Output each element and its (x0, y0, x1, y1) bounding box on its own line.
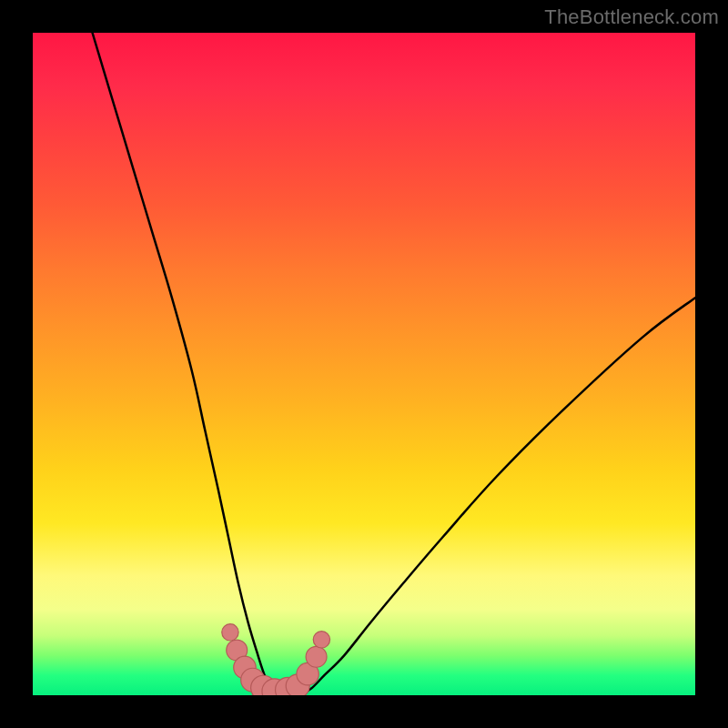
chart-frame: TheBottleneck.com (0, 0, 728, 728)
bottleneck-curve (93, 33, 695, 695)
curve-marker (306, 646, 327, 667)
chart-svg (33, 33, 695, 695)
curve-marker (222, 624, 238, 641)
curve-marker (313, 632, 329, 648)
plot-area (33, 33, 695, 695)
watermark-text: TheBottleneck.com (544, 5, 719, 29)
curve-markers (222, 624, 330, 695)
